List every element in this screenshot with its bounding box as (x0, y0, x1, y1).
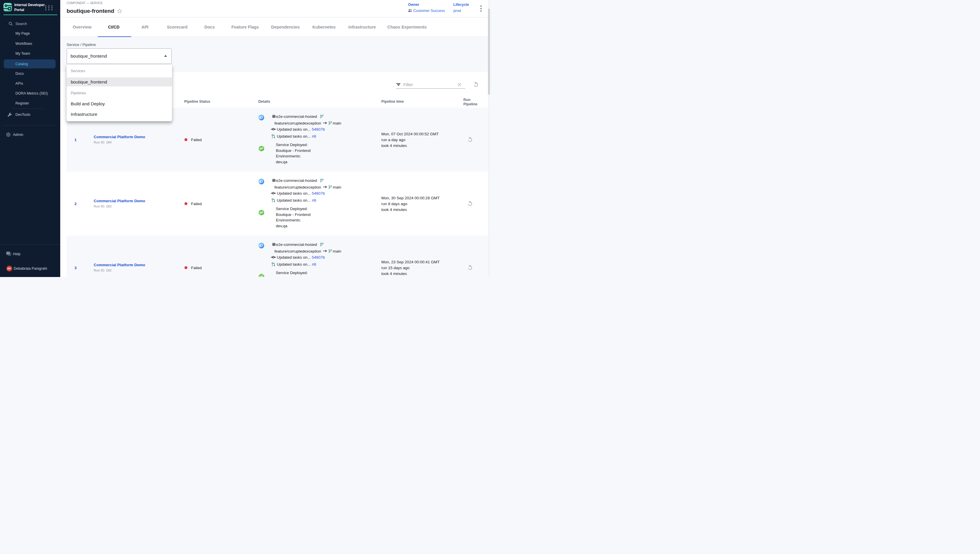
svg-text:?: ? (7, 252, 8, 254)
